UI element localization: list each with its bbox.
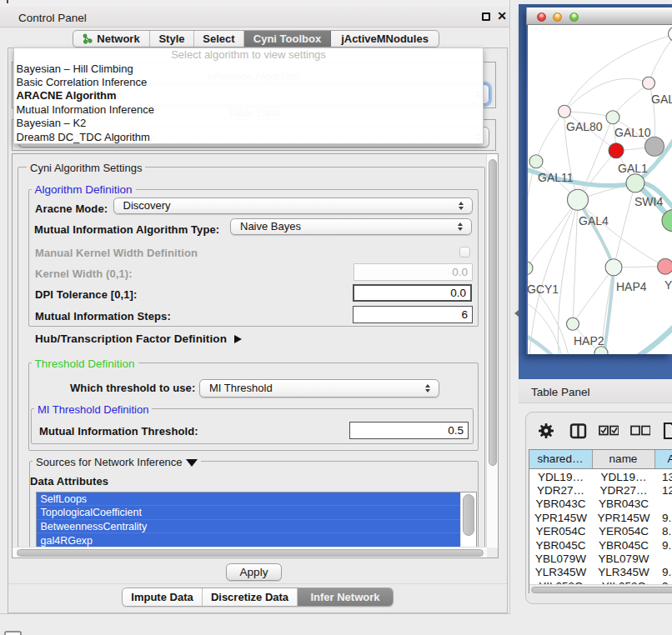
control-panel-right-edge	[509, 0, 510, 614]
node-label-hap2: HAP2	[574, 334, 604, 348]
network-node-GAL1[interactable]	[626, 174, 644, 192]
table-row-ypr145w[interactable]: YPR145WYPR145W9.	[529, 511, 672, 524]
split-columns-icon[interactable]	[569, 422, 587, 439]
attribute-item-selfloops[interactable]: SelfLoops	[37, 492, 460, 507]
table-horizontal-scrollbar[interactable]	[529, 584, 672, 593]
deselect-all-checks-icon[interactable]	[630, 425, 650, 436]
control-panel-title: Control Panel	[18, 12, 87, 24]
popup-item-mutual-information-inference[interactable]: Mutual Information Inference	[14, 102, 483, 116]
network-edge-thick	[631, 324, 672, 354]
float-window-icon[interactable]	[482, 12, 490, 21]
window-notch	[7, 0, 8, 3]
control-panel-tabs: NetworkStyleSelectCyni ToolboxjActiveMNo…	[73, 30, 439, 48]
table-row-ylr345w[interactable]: YLR345WYLR345W9.	[529, 566, 672, 579]
settings-viewport: Cyni Algorithm Settings Algorithm Defini…	[13, 154, 487, 548]
dpi-tolerance-label: DPI Tolerance [0,1]:	[35, 288, 137, 301]
table-row-yer054c[interactable]: YER054CYER054C8.	[529, 525, 672, 538]
apply-button[interactable]: Apply	[226, 563, 282, 581]
data-attributes-label: Data Attributes	[30, 475, 108, 488]
screen: Control Panel ✕ NetworkStyleSelectCyni T…	[0, 0, 672, 635]
dpi-tolerance-field[interactable]: 0.0	[353, 284, 472, 302]
close-icon[interactable]: ✕	[495, 8, 509, 24]
manual-kernel-width-checkbox[interactable]	[459, 247, 470, 258]
network-node-GAL11[interactable]	[529, 155, 543, 168]
settings-horizontal-scrollbar-thumb[interactable]	[17, 549, 484, 557]
network-edge	[613, 83, 649, 118]
mi-threshold-definition-title: MI Threshold Definition	[34, 403, 152, 416]
column-header-2[interactable]: A	[655, 450, 672, 468]
kernel-width-field[interactable]: 0.0	[354, 263, 473, 281]
network-node-salmon-node[interactable]	[658, 258, 672, 274]
popup-item-aracne-algorithm[interactable]: ARACNE Algorithm	[14, 89, 483, 102]
network-node-gray-node[interactable]	[645, 137, 664, 156]
attribute-item-betweennesscentrality[interactable]: BetweennessCentrality	[37, 520, 460, 534]
network-node-left-partial[interactable]	[528, 262, 533, 275]
tab-network[interactable]: Network	[73, 31, 150, 47]
mi-threshold-field[interactable]: 0.5	[349, 422, 469, 440]
table-row-ydr27[interactable]: YDR27…YDR27…12	[529, 483, 672, 497]
column-header-1[interactable]: name	[593, 450, 655, 468]
settings-vertical-scrollbar[interactable]	[486, 154, 498, 548]
network-view-canvas[interactable]: GAL2GAL80GAL10GAL1GAL11SWI4GAL4GCY1HAP4Y…	[528, 25, 672, 354]
cell-shared-name: YBR043C	[529, 498, 593, 511]
popup-item-bayesian-hill-climbing[interactable]: Bayesian – Hill Climbing	[14, 62, 483, 75]
tab-impute-data[interactable]: Impute Data	[123, 588, 203, 606]
table-horizontal-scrollbar-thumb[interactable]	[531, 587, 672, 594]
attribute-item-gal4rgexp[interactable]: gal4RGexp	[37, 533, 460, 548]
network-node-GAL2[interactable]	[643, 77, 655, 89]
tab-label: Select	[203, 32, 234, 45]
mi-algorithm-type-value: Naive Bayes	[240, 220, 301, 232]
tab-select[interactable]: Select	[194, 31, 244, 47]
network-window-titlebar[interactable]	[526, 8, 672, 25]
tab-jactivemnodules[interactable]: jActiveMNodules	[331, 31, 439, 47]
mi-steps-field[interactable]: 6	[353, 306, 473, 323]
hub-definition-section[interactable]: Hub/Transcription Factor Definition	[35, 332, 242, 345]
settings-horizontal-scrollbar[interactable]	[13, 547, 487, 558]
select-all-checks-icon[interactable]	[599, 425, 619, 436]
attribute-item-topologicalcoefficient[interactable]: TopologicalCoefficient	[37, 506, 460, 520]
cell-shared-name: YDR27…	[529, 483, 593, 497]
attributes-list-scrollbar[interactable]	[460, 492, 476, 548]
aracne-mode-combobox[interactable]: Discovery	[113, 198, 473, 215]
document-icon[interactable]	[663, 422, 672, 440]
minimize-traffic-light-icon[interactable]	[553, 12, 562, 22]
tab-cyni-toolbox[interactable]: Cyni Toolbox	[244, 31, 331, 47]
cell-value: 12	[655, 483, 672, 497]
popup-item-basic-correlation-inference[interactable]: Basic Correlation Inference	[14, 75, 483, 88]
network-node-GAL4[interactable]	[568, 189, 589, 210]
column-header-0[interactable]: shared…	[529, 450, 593, 468]
node-label-gal1: GAL1	[618, 162, 648, 175]
data-attributes-list[interactable]: SelfLoopsTopologicalCoefficientBetweenne…	[36, 492, 477, 548]
network-node-HAP2[interactable]	[567, 318, 579, 330]
table-row-ybr045c[interactable]: YBR045CYBR045C9.	[529, 538, 672, 552]
table-row-ydl19[interactable]: YDL19…YDL19…13	[529, 470, 672, 483]
popup-item-dream8-dc-tdc-algorithm[interactable]: Dream8 DC_TDC Algorithm	[14, 130, 483, 143]
node-label-gal2: GAL2	[651, 92, 672, 106]
sources-title[interactable]: Sources for Network Inference	[33, 456, 201, 468]
network-node-red-node[interactable]	[609, 143, 624, 158]
cell-name: YBL079W	[593, 552, 655, 565]
zoom-traffic-light-icon[interactable]	[569, 12, 579, 22]
table-row-ybl079w[interactable]: YBL079WYBL079W	[529, 552, 672, 565]
network-node-top-partial[interactable]	[669, 27, 672, 41]
network-node-GAL80[interactable]	[559, 105, 571, 118]
table-row-ybr043c[interactable]: YBR043CYBR043C	[529, 498, 672, 511]
gear-icon[interactable]	[538, 422, 554, 439]
tab-style[interactable]: Style	[150, 31, 194, 47]
minimized-panel-icon[interactable]	[4, 631, 22, 635]
mi-algorithm-type-combobox[interactable]: Naive Bayes	[230, 218, 472, 236]
attributes-list-scrollbar-thumb[interactable]	[463, 494, 474, 536]
tab-discretize-data[interactable]: Discretize Data	[203, 588, 298, 606]
network-node-GAL10[interactable]	[606, 111, 619, 124]
popup-prompt: Select algorithm to view settings	[14, 48, 483, 62]
popup-item-bayesian-k2[interactable]: Bayesian – K2	[14, 116, 483, 129]
which-threshold-combobox[interactable]: MI Threshold	[199, 379, 439, 398]
node-label-y: Y	[664, 278, 672, 292]
table-panel-title: Table Panel	[531, 386, 590, 398]
tab-infer-network[interactable]: Infer Network	[298, 588, 393, 606]
network-node-HAP4[interactable]	[605, 259, 622, 276]
settings-vertical-scrollbar-thumb[interactable]	[489, 159, 497, 466]
node-table: shared…nameA YDL19…YDL19…13YDR27…YDR27…1…	[529, 449, 672, 594]
close-traffic-light-icon[interactable]	[537, 12, 546, 22]
cell-value: 9.	[655, 511, 672, 524]
